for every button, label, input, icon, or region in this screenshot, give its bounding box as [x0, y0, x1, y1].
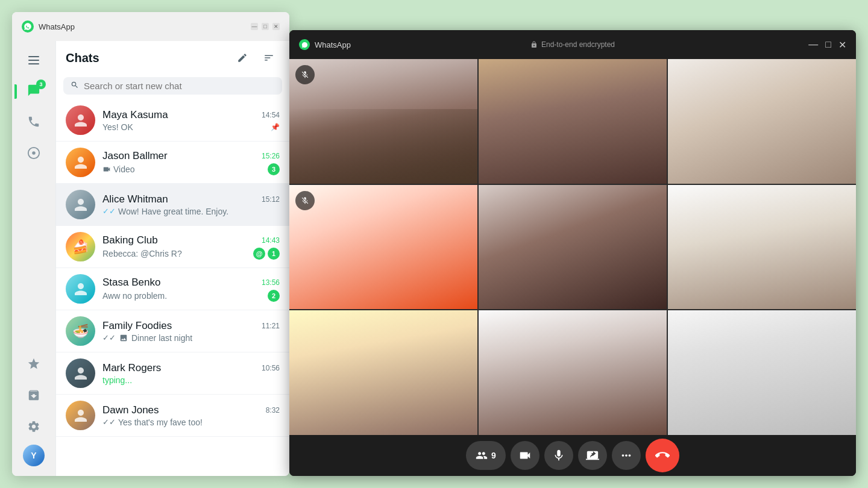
avatar-jason: [66, 148, 95, 177]
video-cell-1: [289, 59, 477, 184]
unread-badge-jason: 3: [268, 163, 280, 175]
chat-item-family[interactable]: 🍜 Family Foodies 11:21 ✓✓ Dinner last: [56, 310, 289, 352]
chat-preview-alice: ✓✓ Wow! Have great time. Enjoy.: [102, 207, 228, 216]
minimize-btn[interactable]: —: [251, 23, 258, 30]
call-close-btn[interactable]: ✕: [838, 39, 846, 51]
search-input[interactable]: [84, 81, 275, 91]
chat-item-mark[interactable]: Mark Rogers 10:56 typing...: [56, 352, 289, 395]
chat-preview-maya: Yes! OK: [102, 122, 133, 132]
end-call-btn[interactable]: [646, 439, 679, 472]
chat-list: Maya Kasuma 14:54 Yes! OK 📌: [56, 99, 289, 476]
pin-icon-maya: 📌: [271, 123, 280, 131]
chat-item-baking[interactable]: 🍰 Baking Club 14:43 Rebecca: @Chris R?: [56, 226, 289, 268]
chat-info-alice: Alice Whitman 15:12 ✓✓ Wow! Have great t…: [102, 193, 280, 216]
sidebar-item-chats[interactable]: 3: [19, 77, 48, 106]
chat-name-baking: Baking Club: [102, 234, 158, 246]
chat-item-maya[interactable]: Maya Kasuma 14:54 Yes! OK 📌: [56, 99, 289, 142]
video-cell-7: [289, 310, 477, 435]
avatar-alice: [66, 190, 95, 219]
chat-preview-text-baking: Rebecca: @Chris R?: [102, 249, 182, 258]
double-tick-dawn: ✓✓: [102, 418, 116, 427]
chat-name-maya: Maya Kasuma: [102, 109, 168, 121]
app-logo: [22, 20, 34, 33]
avatar-family: 🍜: [66, 316, 95, 346]
calls-icon: [27, 115, 40, 131]
avatar-maya: [66, 105, 95, 135]
chat-panel: Chats: [55, 41, 289, 476]
sidebar-item-calls[interactable]: [19, 108, 48, 137]
maximize-btn[interactable]: □: [262, 23, 269, 30]
call-controls: 9: [289, 435, 856, 476]
chat-time-alice: 15:12: [262, 195, 280, 204]
call-title-bar: WhatsApp End-to-end endcrypted — □ ✕: [289, 30, 856, 59]
main-window: WhatsApp — □ ✕: [12, 12, 856, 476]
chat-item-jason[interactable]: Jason Ballmer 15:26 Video 3: [56, 142, 289, 184]
video-icon: [518, 449, 532, 462]
call-maximize-btn[interactable]: □: [825, 39, 831, 50]
chat-preview-text-family: Dinner last night: [131, 333, 192, 343]
video-btn[interactable]: [511, 441, 539, 470]
app-title: WhatsApp: [39, 22, 246, 31]
participants-btn[interactable]: 9: [466, 441, 506, 470]
chat-name-jason: Jason Ballmer: [102, 150, 168, 162]
chat-name-stasa: Stasa Benko: [102, 277, 160, 289]
chat-preview-jason: Video: [102, 164, 135, 174]
sidebar-item-archived[interactable]: [19, 382, 48, 411]
chat-preview-text-alice: Wow! Have great time. Enjoy.: [118, 207, 228, 216]
video-cell-5: [479, 185, 667, 310]
video-cell-3: [668, 59, 856, 184]
chat-item-dawn[interactable]: Dawn Jones 8:32 ✓✓ Yes that's my fave to…: [56, 395, 289, 437]
chat-name-mark: Mark Rogers: [102, 362, 161, 374]
chats-title: Chats: [66, 51, 227, 65]
participants-count: 9: [491, 451, 496, 460]
hamburger-icon: [26, 54, 42, 67]
unread-badge-baking: 1: [268, 248, 280, 260]
chat-preview-dawn: ✓✓ Yes that's my fave too!: [102, 418, 203, 427]
close-btn[interactable]: ✕: [272, 23, 280, 30]
chat-name-family: Family Foodies: [102, 320, 172, 332]
app-content: 3: [12, 41, 289, 476]
chat-time-maya: 14:54: [262, 111, 280, 119]
call-window-logo: [299, 39, 310, 50]
chat-info-maya: Maya Kasuma 14:54 Yes! OK 📌: [102, 109, 280, 132]
video-cell-9: [668, 310, 856, 435]
svg-point-1: [32, 151, 36, 155]
sidebar-bottom: Y: [19, 351, 48, 471]
mic-btn[interactable]: [544, 441, 573, 470]
mention-badge-baking: @: [253, 248, 265, 260]
sidebar-menu[interactable]: [19, 46, 48, 75]
settings-icon: [27, 420, 40, 436]
title-bar-controls: — □ ✕: [251, 23, 280, 30]
double-tick-family: ✓✓: [102, 333, 116, 342]
chat-info-family: Family Foodies 11:21 ✓✓ Dinner last nigh…: [102, 320, 280, 343]
chat-preview-text-maya: Yes! OK: [102, 122, 133, 132]
lock-icon: [530, 41, 538, 48]
status-icon: [27, 146, 40, 163]
chat-panel-header: Chats: [56, 41, 289, 75]
chat-item-alice[interactable]: Alice Whitman 15:12 ✓✓ Wow! Have great t…: [56, 184, 289, 226]
screen-share-btn[interactable]: [578, 441, 607, 470]
call-window-controls: — □ ✕: [808, 39, 846, 51]
chat-time-stasa: 13:56: [262, 278, 280, 287]
chat-time-mark: 10:56: [262, 364, 280, 372]
chat-time-jason: 15:26: [262, 152, 280, 160]
encryption-label: End-to-end endcrypted: [530, 40, 615, 49]
call-minimize-btn[interactable]: —: [808, 39, 818, 50]
chat-info-stasa: Stasa Benko 13:56 Aww no problem. 2: [102, 277, 280, 302]
avatar-stasa: [66, 274, 95, 304]
more-btn[interactable]: [612, 441, 641, 470]
sidebar-item-status[interactable]: [19, 140, 48, 169]
encryption-text: End-to-end endcrypted: [541, 40, 615, 49]
video-grid: [289, 59, 856, 435]
more-icon: [620, 449, 633, 462]
new-chat-btn[interactable]: [231, 47, 253, 69]
search-icon: [71, 81, 79, 91]
sidebar-item-settings[interactable]: [19, 413, 48, 442]
filter-btn[interactable]: [258, 47, 280, 69]
search-bar: [63, 77, 282, 95]
icon-sidebar: 3: [12, 41, 55, 476]
my-avatar[interactable]: Y: [23, 445, 45, 466]
sidebar-item-starred[interactable]: [19, 351, 48, 380]
chat-item-stasa[interactable]: Stasa Benko 13:56 Aww no problem. 2: [56, 268, 289, 310]
call-window: WhatsApp End-to-end endcrypted — □ ✕: [289, 30, 856, 476]
